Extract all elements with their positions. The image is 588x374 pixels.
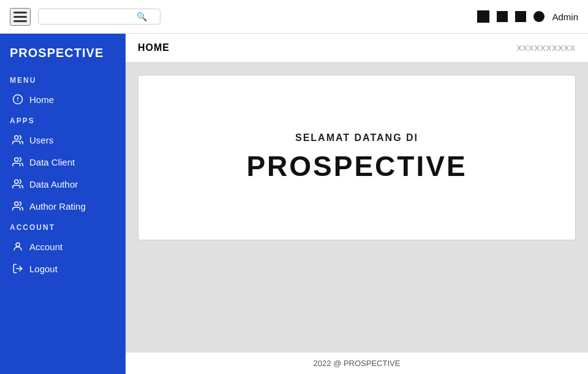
- page-header: HOME XXXXXXXXXX: [126, 34, 588, 63]
- admin-avatar: [533, 11, 545, 22]
- page-breadcrumb: XXXXXXXXXX: [516, 44, 576, 53]
- sidebar-item-data-client-label: Data Client: [29, 157, 75, 167]
- author-rating-icon: [12, 200, 23, 212]
- search-icon: 🔍: [137, 12, 147, 21]
- sidebar-item-author-rating-label: Author Rating: [29, 201, 86, 212]
- header-icon-1[interactable]: [477, 10, 489, 23]
- admin-label: Admin: [552, 12, 578, 22]
- sidebar-item-data-author-label: Data Author: [29, 179, 78, 189]
- sidebar-item-data-author[interactable]: Data Author: [0, 173, 126, 195]
- svg-point-7: [16, 243, 20, 246]
- sidebar-item-logout-label: Logout: [29, 264, 58, 274]
- sidebar: PROSPECTIVE MENU Home APPS Users Data Cl…: [0, 34, 126, 374]
- svg-point-3: [15, 135, 18, 139]
- sidebar-item-users-label: Users: [29, 135, 53, 145]
- top-header: 🔍 Admin: [0, 0, 588, 34]
- page-title: HOME: [138, 42, 170, 53]
- data-author-icon: [12, 178, 23, 189]
- sidebar-item-data-client[interactable]: Data Client: [0, 151, 126, 173]
- sidebar-section-menu: MENU: [0, 70, 126, 88]
- sidebar-section-account: ACCOUNT: [0, 217, 126, 235]
- sidebar-item-account[interactable]: Account: [0, 235, 126, 258]
- welcome-subtitle: SELAMAT DATANG DI: [295, 132, 418, 143]
- sidebar-item-users[interactable]: Users: [0, 129, 126, 151]
- welcome-title: PROSPECTIVE: [246, 150, 467, 183]
- data-client-icon: [12, 156, 23, 167]
- main-content: HOME XXXXXXXXXX SELAMAT DATANG DI PROSPE…: [126, 34, 588, 374]
- welcome-card: SELAMAT DATANG DI PROSPECTIVE: [138, 75, 576, 240]
- sidebar-brand: PROSPECTIVE: [0, 46, 126, 70]
- svg-point-4: [15, 158, 18, 161]
- account-icon: [12, 241, 23, 252]
- header-icon-2[interactable]: [497, 11, 508, 22]
- search-bar: 🔍: [38, 9, 160, 25]
- svg-point-5: [15, 180, 18, 183]
- hamburger-button[interactable]: [10, 8, 31, 26]
- users-icon: [12, 134, 23, 145]
- footer: 2022 @ PROSPECTIVE: [126, 352, 588, 374]
- sidebar-section-apps: APPS: [0, 110, 126, 129]
- header-right: Admin: [477, 10, 578, 23]
- home-icon: [12, 94, 23, 105]
- search-input[interactable]: [45, 12, 137, 21]
- sidebar-item-home[interactable]: Home: [0, 88, 126, 110]
- sidebar-item-author-rating[interactable]: Author Rating: [0, 195, 126, 217]
- logout-icon: [12, 263, 23, 274]
- main-layout: PROSPECTIVE MENU Home APPS Users Data Cl…: [0, 34, 588, 374]
- svg-point-6: [15, 202, 18, 205]
- content-area: SELAMAT DATANG DI PROSPECTIVE: [126, 63, 588, 352]
- sidebar-item-home-label: Home: [29, 94, 54, 105]
- header-icon-3[interactable]: [515, 11, 526, 22]
- sidebar-item-logout[interactable]: Logout: [0, 258, 126, 280]
- footer-text: 2022 @ PROSPECTIVE: [314, 359, 401, 368]
- sidebar-item-account-label: Account: [29, 242, 62, 252]
